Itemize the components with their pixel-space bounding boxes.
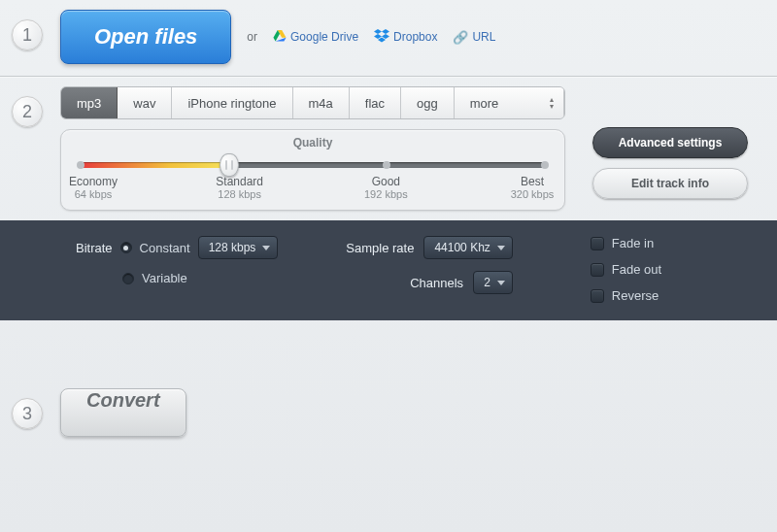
adv-col-sample: Sample rate 44100 Khz Channels 2 — [346, 236, 512, 303]
tick-economy-bitrate: 64 kbps — [59, 188, 127, 200]
svg-marker-7 — [378, 37, 386, 42]
tab-mp3[interactable]: mp3 — [61, 87, 118, 118]
advanced-settings-button[interactable]: Advanced settings — [592, 127, 748, 158]
fade-out-label: Fade out — [612, 262, 661, 277]
svg-marker-6 — [382, 34, 389, 39]
sort-arrows-icon: ▴▾ — [550, 96, 554, 110]
url-link[interactable]: 🔗 URL — [453, 30, 495, 45]
quality-ticks: Economy 64 kbps Standard 128 kbps Good 1… — [79, 175, 547, 200]
tick-good-name: Good — [352, 175, 420, 188]
bitrate-label: Bitrate — [76, 241, 113, 255]
slider-stop-economy — [77, 161, 84, 169]
tab-more-label: more — [470, 96, 499, 111]
tab-m4a[interactable]: m4a — [293, 87, 350, 118]
step-2-badge: 2 — [12, 96, 43, 127]
url-label: URL — [472, 30, 495, 44]
dropbox-link[interactable]: Dropbox — [374, 29, 437, 46]
channels-row: Channels 2 — [410, 271, 513, 294]
link-icon: 🔗 — [453, 30, 468, 45]
google-drive-icon — [273, 30, 287, 45]
svg-marker-5 — [374, 34, 382, 39]
sample-rate-label: Sample rate — [346, 241, 414, 255]
slider-stop-good — [383, 161, 390, 169]
slider-track-fill — [81, 162, 229, 168]
bitrate-constant-row: Bitrate Constant 128 kbps — [76, 236, 278, 259]
fade-out-row: Fade out — [591, 262, 661, 277]
quality-card: Quality Economy 64 kbps Standard 128 kbp… — [60, 129, 565, 211]
reverse-label: Reverse — [612, 288, 659, 303]
tick-economy-name: Economy — [59, 175, 127, 188]
google-drive-label: Google Drive — [290, 30, 358, 44]
tick-best-name: Best — [498, 175, 566, 188]
tick-standard: Standard 128 kbps — [206, 175, 274, 200]
quality-title: Quality — [79, 136, 547, 150]
slider-knob[interactable] — [220, 153, 239, 177]
fade-in-checkbox[interactable] — [591, 237, 604, 250]
dropbox-label: Dropbox — [393, 30, 437, 44]
open-row: Open files or Google Drive Dropbox 🔗 URL — [60, 10, 495, 64]
edit-track-info-button[interactable]: Edit track info — [592, 168, 748, 199]
adv-col-effects: Fade in Fade out Reverse — [591, 236, 661, 303]
tick-best: Best 320 kbps — [498, 175, 566, 200]
slider-stop-best — [541, 161, 549, 169]
reverse-row: Reverse — [591, 288, 661, 303]
tab-ogg[interactable]: ogg — [401, 87, 455, 118]
svg-marker-4 — [382, 29, 389, 34]
fade-in-label: Fade in — [612, 236, 654, 250]
or-text: or — [247, 30, 257, 44]
channels-select[interactable]: 2 — [473, 271, 513, 294]
fade-in-row: Fade in — [591, 236, 661, 250]
section-convert: 3 Convert — [0, 379, 777, 447]
channels-label: Channels — [410, 276, 463, 290]
bitrate-variable-label: Variable — [142, 271, 187, 285]
section-open: 1 Open files or Google Drive Dropbox 🔗 U… — [0, 0, 777, 74]
bitrate-variable-row: Variable — [122, 271, 278, 285]
tick-best-bitrate: 320 kbps — [498, 188, 566, 200]
step-3-badge: 3 — [12, 398, 43, 429]
bitrate-constant-radio[interactable] — [120, 242, 132, 253]
bitrate-variable-radio[interactable] — [122, 273, 134, 284]
format-tabs: mp3 wav iPhone ringtone m4a flac ogg mor… — [60, 86, 565, 119]
google-drive-link[interactable]: Google Drive — [273, 30, 358, 45]
section-format: 2 mp3 wav iPhone ringtone m4a flac ogg m… — [0, 77, 777, 220]
advanced-panel: Bitrate Constant 128 kbps Variable Sampl… — [0, 220, 777, 320]
sample-rate-row: Sample rate 44100 Khz — [346, 236, 512, 259]
tick-standard-bitrate: 128 kbps — [206, 188, 274, 200]
tab-more[interactable]: more ▴▾ — [455, 87, 564, 118]
sample-rate-select[interactable]: 44100 Khz — [423, 236, 512, 259]
tick-standard-name: Standard — [206, 175, 274, 188]
svg-marker-3 — [374, 29, 382, 34]
side-buttons: Advanced settings Edit track info — [592, 127, 748, 199]
bitrate-select[interactable]: 128 kbps — [198, 236, 279, 259]
quality-slider[interactable] — [81, 159, 545, 169]
open-files-button[interactable]: Open files — [60, 10, 231, 64]
tab-flac[interactable]: flac — [350, 87, 401, 118]
tick-economy: Economy 64 kbps — [59, 175, 127, 200]
dropbox-icon — [374, 29, 389, 46]
fade-out-checkbox[interactable] — [591, 263, 604, 277]
step-1-badge: 1 — [12, 19, 43, 50]
tab-iphone-ringtone[interactable]: iPhone ringtone — [172, 87, 292, 118]
tick-good-bitrate: 192 kbps — [352, 188, 420, 200]
bitrate-constant-label: Constant — [140, 241, 190, 255]
tab-wav[interactable]: wav — [118, 87, 172, 118]
tick-good: Good 192 kbps — [352, 175, 420, 200]
adv-col-bitrate: Bitrate Constant 128 kbps Variable — [76, 236, 278, 303]
reverse-checkbox[interactable] — [591, 289, 604, 303]
convert-button[interactable]: Convert — [60, 388, 186, 437]
